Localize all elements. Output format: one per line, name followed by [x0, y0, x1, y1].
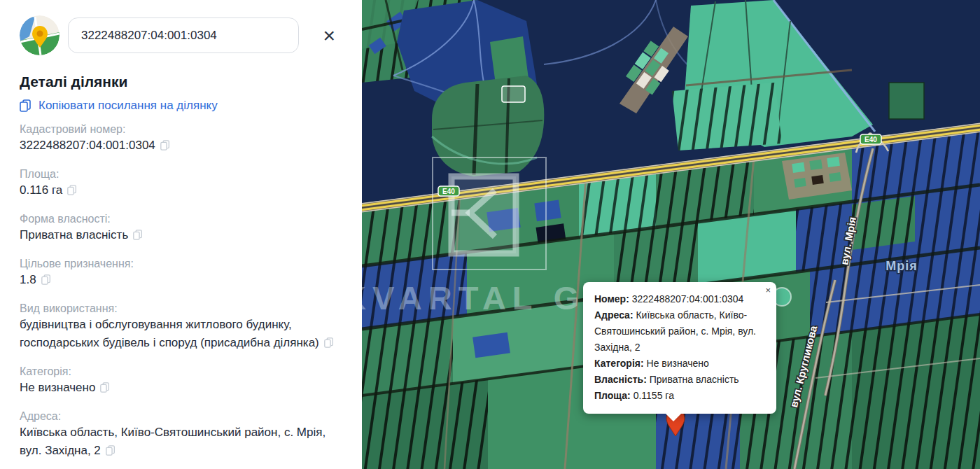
page-title: Деталі ділянки: [20, 74, 342, 90]
field-usage-type: Вид використання: будівництва і обслугов…: [20, 301, 342, 354]
app-logo-map-icon[interactable]: [20, 15, 59, 55]
copy-icon[interactable]: [41, 272, 51, 290]
selected-building-outline: [502, 86, 525, 102]
sidebar-header: ×: [20, 0, 342, 55]
field-designated-purpose: Цільове призначення: 1.8: [20, 256, 342, 290]
parcel-popup: × Номер: 3222488207:04:001:0304 Адреса: …: [583, 282, 776, 414]
svg-text:E40: E40: [864, 136, 877, 144]
popup-row-area: Площа: 0.1155 га: [594, 388, 765, 404]
field-area: Площа: 0.116 га: [20, 167, 342, 201]
map-canvas[interactable]: KVARTAL GROUP E40 E40 вул. Мрія вул. Кру…: [362, 0, 980, 469]
place-label-mriya: Мрія: [886, 259, 918, 273]
copy-parcel-link[interactable]: Копіювати посилання на ділянку: [20, 99, 342, 113]
copy-icon[interactable]: [67, 183, 77, 201]
copy-icon[interactable]: [324, 335, 334, 354]
field-cadastral-number: Кадастровий номер: 3222488207:04:001:030…: [20, 122, 342, 156]
field-address: Адреса: Київська область, Київо-Святошин…: [20, 409, 342, 461]
popup-row-address: Адреса: Київська область, Київо-Святошин…: [594, 307, 765, 356]
popup-row-ownership: Власність: Приватна власність: [594, 372, 765, 388]
copy-icon[interactable]: [106, 443, 115, 461]
copy-icon[interactable]: [133, 227, 143, 246]
sidebar-close-button[interactable]: ×: [320, 25, 338, 46]
details-sidebar: × Деталі ділянки Копіювати посилання на …: [0, 0, 362, 469]
field-category: Категорія: Не визначено: [20, 364, 342, 398]
field-ownership-form: Форма власності: Приватна власність: [20, 211, 342, 246]
parcel-details-list: Кадастровий номер: 3222488207:04:001:030…: [20, 122, 342, 461]
popup-row-number: Номер: 3222488207:04:001:0304: [594, 291, 765, 307]
svg-text:E40: E40: [442, 188, 455, 195]
search-input[interactable]: [68, 18, 299, 53]
copy-parcel-link-label: Копіювати посилання на ділянку: [38, 99, 218, 113]
popup-row-category: Категорія: Не визначено: [594, 356, 765, 372]
copy-icon[interactable]: [160, 138, 170, 156]
copy-icon: [20, 99, 31, 112]
copy-icon[interactable]: [100, 380, 110, 398]
green-square-parcel: [889, 83, 924, 119]
popup-close-button[interactable]: ×: [765, 286, 771, 295]
road-badge-e40-left: E40: [438, 186, 459, 196]
road-badge-e40-right: E40: [860, 134, 881, 144]
